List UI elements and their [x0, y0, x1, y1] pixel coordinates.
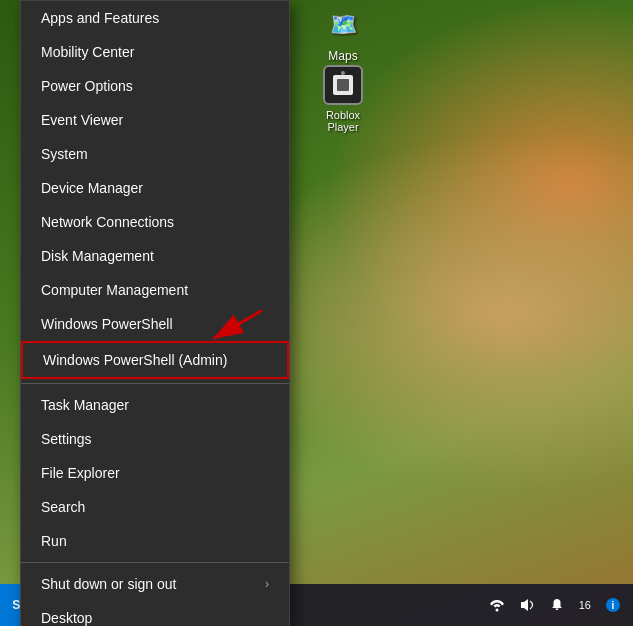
submenu-chevron: ›: [265, 577, 269, 591]
roblox-icon-img: [323, 65, 363, 105]
roblox-icon-label: Roblox Player: [326, 109, 360, 133]
tray-volume[interactable]: [515, 595, 539, 615]
menu-item-device-manager[interactable]: Device Manager: [21, 171, 289, 205]
desktop-icon-roblox[interactable]: Roblox Player: [308, 65, 378, 133]
menu-item-search[interactable]: Search: [21, 490, 289, 524]
tray-network[interactable]: [485, 595, 509, 615]
menu-item-windows-powershell[interactable]: Windows PowerShell: [21, 307, 289, 341]
tray-time-display: 16: [579, 598, 591, 612]
menu-item-task-manager[interactable]: Task Manager: [21, 388, 289, 422]
svg-point-14: [495, 609, 498, 612]
menu-item-apps-features[interactable]: Apps and Features: [21, 1, 289, 35]
menu-item-shut-down[interactable]: Shut down or sign out ›: [21, 567, 289, 601]
desktop-icon-maps[interactable]: 🗺️ Maps: [308, 5, 378, 63]
menu-item-event-viewer[interactable]: Event Viewer: [21, 103, 289, 137]
tray-time-badge[interactable]: 16: [575, 596, 595, 614]
svg-point-2: [341, 71, 345, 75]
menu-item-file-explorer[interactable]: File Explorer: [21, 456, 289, 490]
svg-rect-1: [337, 79, 349, 91]
maps-icon: 🗺️: [323, 5, 363, 45]
menu-item-system[interactable]: System: [21, 137, 289, 171]
menu-item-computer-management[interactable]: Computer Management: [21, 273, 289, 307]
svg-text:i: i: [612, 600, 615, 611]
tray-notification[interactable]: [545, 595, 569, 615]
menu-item-desktop[interactable]: Desktop: [21, 601, 289, 626]
maps-icon-label: Maps: [328, 49, 357, 63]
menu-item-mobility-center[interactable]: Mobility Center: [21, 35, 289, 69]
menu-item-disk-management[interactable]: Disk Management: [21, 239, 289, 273]
menu-item-run[interactable]: Run: [21, 524, 289, 558]
tray-security[interactable]: i: [601, 595, 625, 615]
menu-item-settings[interactable]: Settings: [21, 422, 289, 456]
desktop: 🗺️ Maps Roblox Player Apps and Features …: [0, 0, 633, 626]
taskbar-tray: 16 i: [477, 595, 633, 615]
menu-separator-1: [21, 383, 289, 384]
menu-separator-2: [21, 562, 289, 563]
menu-item-network-connections[interactable]: Network Connections: [21, 205, 289, 239]
context-menu: Apps and Features Mobility Center Power …: [20, 0, 290, 626]
menu-item-power-options[interactable]: Power Options: [21, 69, 289, 103]
menu-item-windows-powershell-admin[interactable]: Windows PowerShell (Admin): [21, 341, 289, 379]
